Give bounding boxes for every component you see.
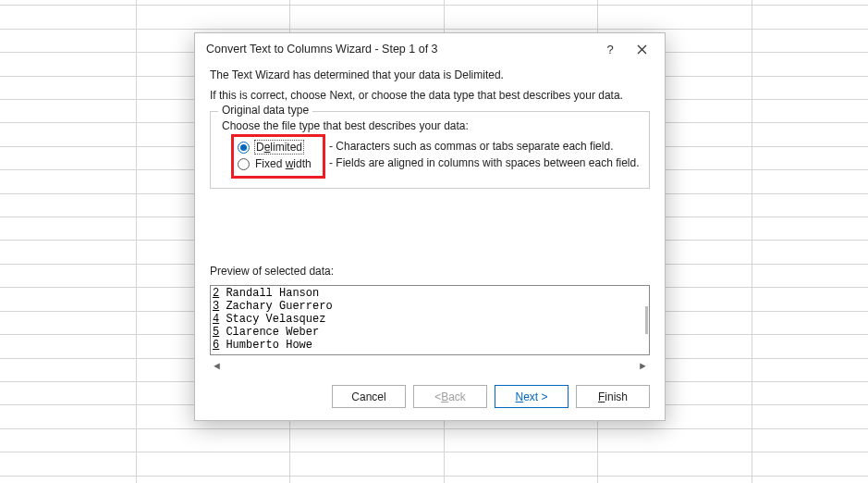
desc-delimited: - Characters such as commas or tabs sepa… bbox=[329, 138, 640, 155]
preview-row: 2 Randall Hanson bbox=[213, 287, 647, 300]
radio-delimited-indicator bbox=[238, 142, 250, 154]
group-legend: Original data type bbox=[218, 104, 312, 117]
preview-row: 6 Humberto Howe bbox=[213, 339, 647, 352]
cancel-button[interactable]: Cancel bbox=[332, 385, 406, 408]
back-button[interactable]: < Back bbox=[413, 385, 487, 408]
close-button[interactable] bbox=[626, 36, 657, 62]
preview-row: 5 Clarence Weber bbox=[213, 326, 647, 339]
radio-delimited-label: Delimited bbox=[255, 141, 303, 154]
desc-fixed-width: - Fields are aligned in columns with spa… bbox=[329, 155, 640, 171]
radio-fixed-width[interactable]: Fixed width bbox=[238, 155, 319, 172]
dialog-title: Convert Text to Columns Wizard - Step 1 … bbox=[206, 43, 594, 56]
intro-line-1: The Text Wizard has determined that your… bbox=[210, 67, 650, 83]
preview-box: 2 Randall Hanson 3 Zachary Guerrero 4 St… bbox=[210, 285, 650, 355]
radio-delimited[interactable]: Delimited bbox=[238, 139, 319, 155]
scroll-right-icon[interactable]: ► bbox=[638, 360, 648, 371]
radio-highlight-box: Delimited Fixed width bbox=[231, 134, 325, 179]
next-button[interactable]: Next > bbox=[495, 385, 568, 408]
preview-label: Preview of selected data: bbox=[210, 265, 650, 278]
preview-row: 3 Zachary Guerrero bbox=[213, 300, 647, 313]
finish-button[interactable]: Finish bbox=[576, 385, 650, 408]
button-row: Cancel < Back Next > Finish bbox=[210, 385, 650, 408]
text-to-columns-dialog: Convert Text to Columns Wizard - Step 1 … bbox=[194, 32, 666, 421]
titlebar: Convert Text to Columns Wizard - Step 1 … bbox=[195, 33, 665, 65]
radio-fixed-width-label: Fixed width bbox=[255, 157, 312, 170]
preview-horizontal-scrollbar[interactable]: ◄ ► bbox=[210, 359, 650, 372]
radio-fixed-width-indicator bbox=[238, 158, 250, 170]
dialog-body: The Text Wizard has determined that your… bbox=[195, 65, 665, 419]
help-button[interactable]: ? bbox=[594, 36, 626, 62]
scroll-left-icon[interactable]: ◄ bbox=[212, 360, 222, 371]
close-icon bbox=[637, 44, 647, 55]
choose-label: Choose the file type that best describes… bbox=[222, 119, 640, 132]
preview-vertical-scrollbar[interactable] bbox=[645, 306, 648, 334]
intro-line-2: If this is correct, choose Next, or choo… bbox=[210, 87, 650, 104]
preview-content: 2 Randall Hanson 3 Zachary Guerrero 4 St… bbox=[211, 286, 649, 353]
radio-descriptions: - Characters such as commas or tabs sepa… bbox=[329, 138, 640, 171]
original-data-type-group: Original data type Choose the file type … bbox=[210, 111, 650, 189]
preview-row: 4 Stacy Velasquez bbox=[213, 313, 647, 326]
